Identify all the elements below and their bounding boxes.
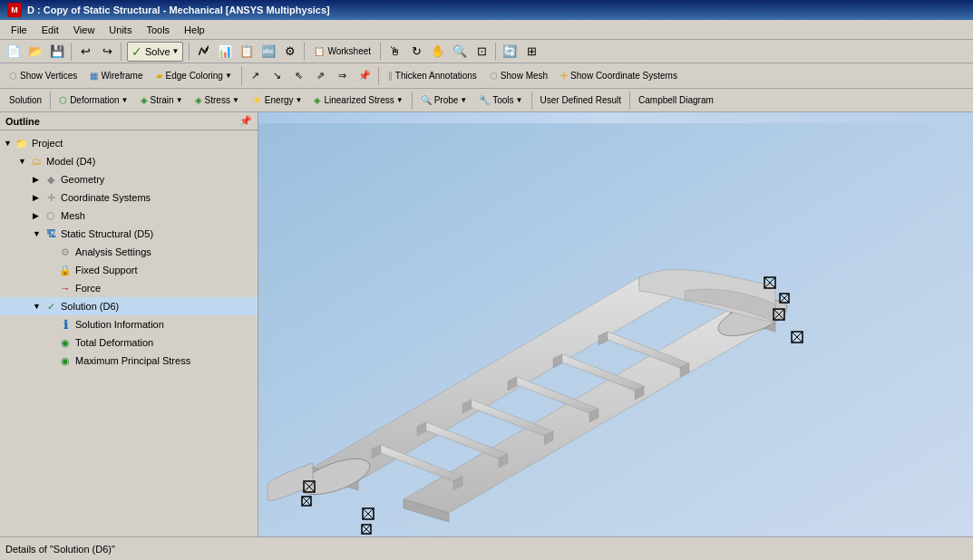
menu-edit[interactable]: Edit — [34, 23, 66, 37]
outline-pin[interactable]: 📌 — [239, 115, 252, 127]
stress-button[interactable]: ◈ Stress ▼ — [190, 91, 245, 111]
menu-units[interactable]: Units — [102, 23, 139, 37]
label-coord-sys: Coordinate Systems — [61, 192, 151, 203]
redo-button[interactable]: ↪ — [97, 42, 117, 62]
toolbar1: 📄 📂 💾 ↩ ↪ ✓ Solve ▼ 🗲 📊 📋 🔤 ⚙ 📋 Workshee… — [0, 40, 973, 63]
label-static-structural: Static Structural (D5) — [61, 228, 153, 239]
strain-button[interactable]: ◈ Strain ▼ — [135, 91, 189, 111]
worksheet-button[interactable]: 📋 Worksheet — [308, 42, 376, 62]
icon1[interactable]: 🗲 — [193, 42, 213, 62]
separator2 — [121, 43, 122, 61]
edge-coloring-button[interactable]: ▰ Edge Coloring ▼ — [151, 66, 238, 86]
analysis-icon: ⚙ — [58, 245, 73, 259]
show-vertices-button[interactable]: ⬡ Show Vertices — [4, 66, 83, 86]
viewport[interactable] — [258, 112, 973, 560]
linearized-stress-button[interactable]: ◈ Linearized Stress ▼ — [308, 91, 408, 111]
stress-icon: ◈ — [195, 95, 202, 105]
menu-help[interactable]: Help — [177, 23, 212, 37]
energy-button[interactable]: ⚡ Energy ▼ — [246, 91, 308, 111]
window-title: D : Copy of Static Structural - Mechanic… — [27, 5, 330, 15]
tools-icon: 🔧 — [479, 95, 490, 105]
solution-tab[interactable]: Solution — [4, 91, 47, 111]
deformation-button[interactable]: ⬡ Deformation ▼ — [54, 91, 133, 111]
solve-label: Solve — [145, 46, 170, 57]
tree-item-total-deformation[interactable]: ◉ Total Deformation — [0, 333, 258, 352]
toggle-project[interactable]: ▼ — [4, 139, 15, 148]
separator1 — [71, 43, 72, 61]
wireframe-button[interactable]: ▦ Wireframe — [84, 66, 148, 86]
show-coord-systems-button[interactable]: ✛ Show Coordinate Systems — [555, 66, 683, 86]
arrow-btn1[interactable]: ↗ — [246, 66, 266, 86]
icon5[interactable]: ⚙ — [280, 42, 300, 62]
sep-t3-3 — [531, 92, 532, 110]
arrow-btn3[interactable]: ⇖ — [289, 66, 309, 86]
label-model: Model (D4) — [46, 156, 95, 167]
menu-tools[interactable]: Tools — [139, 23, 177, 37]
label-geometry: Geometry — [61, 174, 104, 185]
title-bar: M D : Copy of Static Structural - Mechan… — [0, 0, 973, 20]
icon3[interactable]: 📋 — [237, 42, 257, 62]
probe-button[interactable]: 🔍 Probe ▼ — [415, 91, 473, 111]
tree-item-solution[interactable]: ▼ ✓ Solution (D6) — [0, 297, 258, 315]
tree-item-geometry[interactable]: ▶ ◆ Geometry — [0, 170, 258, 188]
fixed-support-icon: 🔒 — [58, 263, 73, 277]
menu-view[interactable]: View — [66, 23, 102, 37]
lin-stress-icon: ◈ — [314, 95, 321, 105]
select-mode-btn[interactable]: 🖱 — [384, 42, 404, 62]
tree-item-mesh[interactable]: ▶ ⬡ Mesh — [0, 207, 258, 225]
tree-item-static-structural[interactable]: ▼ 🏗 Static Structural (D5) — [0, 225, 258, 243]
toolbar2: ⬡ Show Vertices ▦ Wireframe ▰ Edge Color… — [0, 63, 973, 89]
tree-item-force[interactable]: → Force — [0, 279, 258, 297]
new-button[interactable]: 📄 — [4, 42, 24, 62]
menu-file[interactable]: File — [4, 23, 34, 37]
thicken-annotations-button[interactable]: ‖ Thicken Annotations — [383, 66, 482, 86]
tree-item-coord-sys[interactable]: ▶ ✛ Coordinate Systems — [0, 188, 258, 207]
arrow-btn5[interactable]: ⇒ — [333, 66, 353, 86]
left-panels: Outline 📌 ▼ 📁 Project ▼ 🗂 Model (D4) — [0, 112, 258, 560]
tools-button[interactable]: 🔧 Tools ▼ — [473, 91, 528, 111]
rotate-btn[interactable]: ↻ — [406, 42, 426, 62]
pin-btn[interactable]: 📌 — [355, 66, 375, 86]
toggle-solution[interactable]: ▼ — [33, 302, 44, 311]
tree-item-solution-info[interactable]: ℹ Solution Information — [0, 315, 258, 333]
icon2[interactable]: 📊 — [215, 42, 235, 62]
mesh-icon: ⬡ — [44, 208, 58, 223]
user-defined-result-button[interactable]: User Defined Result — [535, 91, 627, 111]
toggle-mesh[interactable]: ▶ — [33, 211, 44, 220]
toggle-coord-sys[interactable]: ▶ — [33, 193, 44, 202]
arrow-btn4[interactable]: ⇗ — [311, 66, 331, 86]
arrow-btn2[interactable]: ↘ — [268, 66, 287, 86]
pan-btn[interactable]: ✋ — [428, 42, 448, 62]
zoom-btn[interactable]: 🔍 — [450, 42, 470, 62]
toggle-model[interactable]: ▼ — [18, 157, 29, 166]
label-total-deformation: Total Deformation — [75, 337, 153, 348]
tree-item-analysis-settings[interactable]: ⚙ Analysis Settings — [0, 243, 258, 261]
fitall-btn[interactable]: ⊡ — [472, 42, 491, 62]
icon4[interactable]: 🔤 — [258, 42, 278, 62]
expand-btn[interactable]: ⊞ — [521, 42, 541, 62]
tree-item-max-principal-stress[interactable]: ◉ Maximum Principal Stress — [0, 352, 258, 370]
tree-item-fixed-support[interactable]: 🔒 Fixed Support — [0, 261, 258, 279]
undo-button[interactable]: ↩ — [75, 42, 95, 62]
show-mesh-button[interactable]: ⬡ Show Mesh — [484, 66, 553, 86]
label-force: Force — [75, 283, 101, 294]
open-button[interactable]: 📂 — [25, 42, 45, 62]
viewport-svg — [258, 112, 973, 560]
toggle-geometry[interactable]: ▶ — [33, 175, 44, 184]
tree-item-project[interactable]: ▼ 📁 Project — [0, 134, 258, 152]
sep-t3-4 — [629, 92, 630, 110]
campbell-diagram-button[interactable]: Campbell Diagram — [633, 91, 719, 111]
outline-section: Outline 📌 ▼ 📁 Project ▼ 🗂 Model (D4) — [0, 112, 258, 536]
separator4 — [304, 43, 305, 61]
toggle-static-structural[interactable]: ▼ — [33, 229, 44, 238]
label-project: Project — [32, 138, 63, 149]
sep-t3-2 — [412, 92, 413, 110]
save-button[interactable]: 💾 — [47, 42, 67, 62]
energy-icon: ⚡ — [251, 95, 262, 105]
solve-button[interactable]: ✓ Solve ▼ — [127, 42, 183, 62]
tree-item-model[interactable]: ▼ 🗂 Model (D4) — [0, 152, 258, 170]
static-structural-icon: 🏗 — [44, 227, 58, 241]
refresh-btn[interactable]: 🔄 — [500, 42, 520, 62]
label-mesh: Mesh — [61, 210, 85, 221]
outline-tree: ▼ 📁 Project ▼ 🗂 Model (D4) ▶ ◆ Geometry — [0, 130, 258, 536]
